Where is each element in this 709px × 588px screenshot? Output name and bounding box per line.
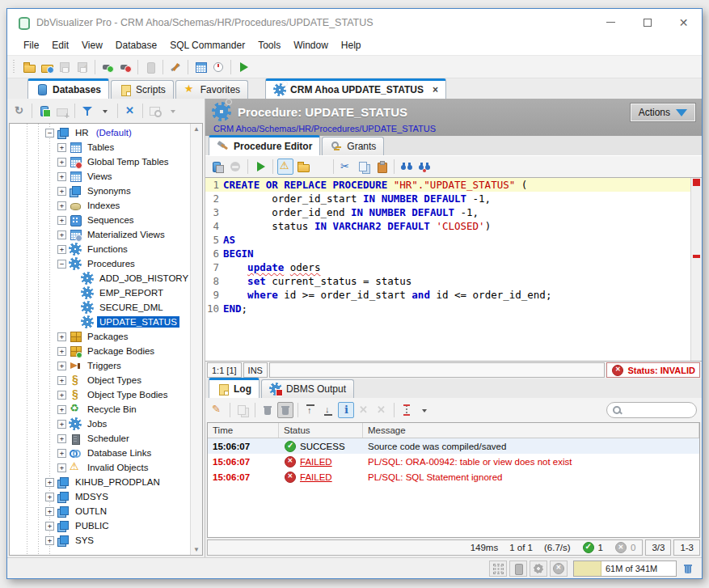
find-replace-button[interactable] <box>416 159 433 175</box>
scroll-top-button[interactable] <box>302 402 319 418</box>
tab-procedure-editor[interactable]: Procedure Editor <box>209 135 320 155</box>
expand-icon[interactable]: + <box>57 376 66 385</box>
connection-status-button[interactable] <box>509 561 527 577</box>
expand-icon[interactable]: + <box>57 187 66 196</box>
log-row[interactable]: 15:06:07FAILEDPL/SQL: ORA-00942: table o… <box>208 454 699 469</box>
collapse-icon[interactable]: − <box>45 129 54 137</box>
save-as2-button[interactable] <box>313 159 329 175</box>
menu-tools[interactable]: Tools <box>251 37 287 53</box>
log-table-header[interactable]: Time Status Message <box>208 423 699 438</box>
tree-item-invalid-objects[interactable]: +Invalid Objects <box>10 460 190 475</box>
tree-item-hr[interactable]: −HR(Default) <box>10 125 190 140</box>
tree-item-procedures[interactable]: −Procedures <box>10 256 190 271</box>
tab-object-editor[interactable]: CRM Ahoa UPDATE_STATUS × <box>265 78 446 99</box>
tree-item-recycle-bin[interactable]: +Recycle Bin <box>10 402 190 417</box>
expand-icon[interactable]: + <box>57 332 66 341</box>
caret-button[interactable] <box>97 103 113 119</box>
tab-grants[interactable]: Grants <box>322 137 384 155</box>
edit-button[interactable] <box>209 402 226 418</box>
tab-log[interactable]: Log <box>209 378 260 398</box>
menu-window[interactable]: Window <box>287 37 335 53</box>
code-line-9[interactable]: 9 where id >= order_id_start and id <= o… <box>205 288 690 302</box>
expand-icon[interactable]: + <box>57 172 66 181</box>
code-line-10[interactable]: 10END; <box>205 302 690 315</box>
copy-gray-button[interactable] <box>234 402 251 418</box>
error-marker-top[interactable] <box>693 179 700 186</box>
expand-icon[interactable]: + <box>45 478 54 487</box>
expand-icon[interactable]: + <box>57 158 66 167</box>
task-status-button[interactable] <box>530 561 547 577</box>
maximize-button[interactable] <box>629 9 665 36</box>
menu-edit[interactable]: Edit <box>45 37 75 53</box>
tree-item-package-bodies[interactable]: +Package Bodies <box>10 344 190 358</box>
tree-item-global-temp-tables[interactable]: +Global Temp Tables <box>10 154 190 169</box>
folder-add-button[interactable] <box>54 103 70 119</box>
menu-help[interactable]: Help <box>335 37 368 53</box>
expand-icon[interactable]: + <box>45 522 54 531</box>
log-row[interactable]: 15:06:07SUCCESSSource code was compiled/… <box>208 438 699 454</box>
expand-icon[interactable]: + <box>57 347 66 356</box>
expand-icon[interactable]: + <box>57 143 66 152</box>
cut-button[interactable] <box>338 159 354 175</box>
tree-item-packages[interactable]: +Packages <box>10 329 190 344</box>
minimize-button[interactable] <box>593 9 629 36</box>
collapse2-button[interactable] <box>373 402 390 418</box>
trash-button[interactable] <box>260 402 276 418</box>
code-line-8[interactable]: 8 set current_status = status <box>205 274 690 288</box>
save-button[interactable] <box>57 59 73 75</box>
column-header-time[interactable]: Time <box>208 423 279 438</box>
scroll-up-icon[interactable]: ▲ <box>193 125 200 133</box>
tree-item-secure-dml[interactable]: SECURE_DML <box>10 300 190 315</box>
menu-view[interactable]: View <box>75 37 109 53</box>
refresh-button[interactable] <box>11 103 27 119</box>
tree-item-public[interactable]: +PUBLIC <box>10 518 190 533</box>
log-search-input[interactable] <box>623 404 688 416</box>
expand-icon[interactable]: + <box>57 201 66 210</box>
tools-button[interactable] <box>167 59 184 75</box>
expand-icon[interactable]: + <box>57 420 66 429</box>
paste-button[interactable] <box>373 159 390 175</box>
tree-item-triggers[interactable]: +Triggers <box>10 358 190 373</box>
tree-item-synonyms[interactable]: +Synonyms <box>10 184 190 198</box>
caret-button[interactable] <box>416 402 433 418</box>
save-as-button[interactable] <box>74 59 91 75</box>
expand-icon[interactable]: + <box>57 362 66 370</box>
actions-button[interactable]: Actions <box>631 104 695 121</box>
tab-databases[interactable]: Databases <box>27 78 109 99</box>
tree-item-views[interactable]: +Views <box>10 169 190 184</box>
tree-item-mdsys[interactable]: +MDSYS <box>10 489 190 504</box>
error-status-button[interactable] <box>550 561 568 577</box>
go-button[interactable] <box>235 59 251 75</box>
error-stripe[interactable] <box>690 178 702 361</box>
tab-favorites[interactable]: Favorites <box>175 80 248 99</box>
expand-icon[interactable]: + <box>45 507 54 516</box>
tree-item-add-job-history[interactable]: ADD_JOB_HISTORY <box>10 271 190 286</box>
colmark-button[interactable] <box>399 402 415 418</box>
expand-icon[interactable]: + <box>45 493 54 501</box>
tree-item-database-links[interactable]: +Database Links <box>10 446 190 460</box>
winsearch-button[interactable] <box>147 103 163 119</box>
filter-button[interactable] <box>79 103 95 119</box>
code-line-5[interactable]: 5AS <box>205 233 690 247</box>
menu-file[interactable]: File <box>17 37 45 53</box>
tree-item-materialized-views[interactable]: +Materialized Views <box>10 227 190 242</box>
tree-item-jobs[interactable]: +Jobs <box>10 417 190 431</box>
tree-item-tables[interactable]: +Tables <box>10 140 190 154</box>
tab-close-icon[interactable]: × <box>433 84 438 95</box>
sql-code-editor[interactable]: 1CREATE OR REPLACE PROCEDURE "HR"."UPDAT… <box>205 177 702 362</box>
scroll-bottom-button[interactable] <box>320 402 336 418</box>
copy-button[interactable] <box>356 159 372 175</box>
expand-icon[interactable]: + <box>57 245 66 254</box>
collapse-icon[interactable]: − <box>57 260 66 269</box>
tree-item-kihub-prodplan[interactable]: +KIHUB_PRODPLAN <box>10 475 190 489</box>
find-button[interactable] <box>399 159 415 175</box>
code-line-3[interactable]: 3 order_id_end IN NUMBER DEFAULT -1, <box>205 205 690 219</box>
open-folder-button[interactable] <box>21 59 37 75</box>
db-add-button[interactable] <box>36 103 53 119</box>
tree-scrollbar[interactable]: ▲ ▼ <box>190 124 202 555</box>
clock-button[interactable] <box>210 59 226 75</box>
tree-item-update-status[interactable]: UPDATE_STATUS <box>10 315 190 329</box>
tree-item-emp-report[interactable]: EMP_REPORT <box>10 286 190 300</box>
menu-database[interactable]: Database <box>109 37 163 53</box>
tree-item-object-types[interactable]: +Object Types <box>10 373 190 387</box>
